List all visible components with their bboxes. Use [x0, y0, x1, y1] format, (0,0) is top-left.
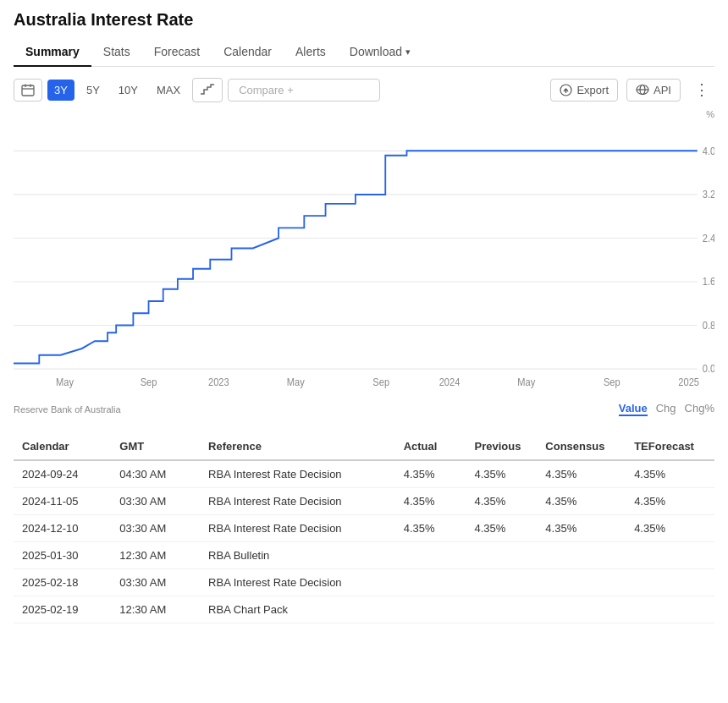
cell-reference-1: RBA Interest Rate Decision — [200, 488, 395, 515]
cell-gmt-0: 04:30 AM — [111, 460, 200, 488]
cell-teforecast-1: 4.35% — [626, 488, 714, 515]
table-row[interactable]: 2025-02-1912:30 AMRBA Chart Pack — [14, 596, 714, 623]
cell-consensus-4 — [537, 569, 626, 596]
table-header-row: Calendar GMT Reference Actual Previous C… — [14, 433, 714, 460]
page-container: Australia Interest Rate Summary Stats Fo… — [0, 0, 728, 703]
step-chart-icon — [200, 83, 215, 95]
table-row[interactable]: 2024-12-1003:30 AMRBA Interest Rate Deci… — [14, 515, 714, 542]
svg-text:May: May — [287, 376, 305, 387]
export-button[interactable]: Export — [550, 79, 618, 102]
value-tab-chg[interactable]: Chg — [656, 402, 676, 416]
svg-text:Sep: Sep — [604, 376, 620, 387]
cell-calendar-1: 2024-11-05 — [14, 488, 111, 515]
svg-text:1.6: 1.6 — [703, 277, 714, 287]
cell-teforecast-3 — [626, 542, 714, 569]
tab-download[interactable]: Download — [338, 38, 422, 67]
cell-gmt-4: 03:30 AM — [111, 569, 200, 596]
calendar-button[interactable] — [14, 79, 42, 102]
col-header-reference: Reference — [200, 433, 395, 460]
col-header-actual: Actual — [395, 433, 466, 460]
cell-previous-5 — [466, 596, 538, 623]
toolbar-left: 3Y 5Y 10Y MAX Compare + — [14, 78, 543, 102]
calendar-icon — [21, 84, 35, 96]
tab-stats[interactable]: Stats — [91, 38, 142, 67]
toolbar-right: Export API ⋮ — [550, 77, 714, 102]
cell-teforecast-2: 4.35% — [626, 515, 714, 542]
chart-value-tabs: Value Chg Chg% — [619, 402, 714, 416]
svg-text:0.0: 0.0 — [703, 364, 714, 374]
cell-reference-0: RBA Interest Rate Decision — [200, 460, 395, 488]
value-tab-chgpct[interactable]: Chg% — [685, 402, 714, 416]
data-table: Calendar GMT Reference Actual Previous C… — [14, 433, 714, 623]
period-3y[interactable]: 3Y — [47, 80, 74, 101]
cell-teforecast-4 — [626, 569, 714, 596]
api-button[interactable]: API — [626, 79, 681, 102]
nav-tabs: Summary Stats Forecast Calendar Alerts D… — [14, 38, 714, 67]
cell-reference-2: RBA Interest Rate Decision — [200, 515, 395, 542]
svg-text:Sep: Sep — [372, 376, 389, 387]
tab-calendar[interactable]: Calendar — [212, 38, 284, 67]
svg-text:0.8: 0.8 — [703, 321, 714, 331]
cell-reference-5: RBA Chart Pack — [200, 596, 395, 623]
cell-calendar-2: 2024-12-10 — [14, 515, 111, 542]
cell-consensus-3 — [537, 542, 626, 569]
svg-text:May: May — [56, 376, 74, 387]
col-header-calendar: Calendar — [14, 433, 111, 460]
cell-calendar-0: 2024-09-24 — [14, 460, 111, 488]
cell-actual-1: 4.35% — [395, 488, 466, 515]
api-icon — [636, 84, 649, 96]
export-icon — [560, 84, 572, 96]
tab-forecast[interactable]: Forecast — [142, 38, 212, 67]
table-row[interactable]: 2025-01-3012:30 AMRBA Bulletin — [14, 542, 714, 569]
table-row[interactable]: 2024-11-0503:30 AMRBA Interest Rate Deci… — [14, 488, 714, 515]
cell-reference-3: RBA Bulletin — [200, 542, 395, 569]
value-tab-value[interactable]: Value — [619, 402, 648, 416]
cell-reference-4: RBA Interest Rate Decision — [200, 569, 395, 596]
chart-container: % 0.0 0.8 1.6 2.4 3.2 4.0 May Sep 2023 M… — [14, 109, 714, 397]
svg-text:2025: 2025 — [678, 376, 699, 387]
cell-actual-0: 4.35% — [395, 460, 466, 488]
toolbar: 3Y 5Y 10Y MAX Compare + Export — [14, 77, 714, 102]
svg-text:2024: 2024 — [439, 376, 461, 387]
table-row[interactable]: 2025-02-1803:30 AMRBA Interest Rate Deci… — [14, 569, 714, 596]
cell-previous-2: 4.35% — [466, 515, 538, 542]
cell-actual-3 — [395, 542, 466, 569]
svg-text:2.4: 2.4 — [703, 233, 714, 243]
cell-gmt-3: 12:30 AM — [111, 542, 200, 569]
cell-calendar-4: 2025-02-18 — [14, 569, 111, 596]
api-label: API — [654, 84, 671, 96]
table-section: Calendar GMT Reference Actual Previous C… — [14, 433, 714, 623]
cell-consensus-1: 4.35% — [537, 488, 626, 515]
cell-actual-4 — [395, 569, 466, 596]
period-10y[interactable]: 10Y — [112, 80, 145, 101]
compare-input[interactable]: Compare + — [228, 79, 380, 102]
cell-previous-0: 4.35% — [466, 460, 538, 488]
export-label: Export — [576, 84, 609, 96]
table-row[interactable]: 2024-09-2404:30 AMRBA Interest Rate Deci… — [14, 460, 714, 488]
cell-consensus-0: 4.35% — [537, 460, 626, 488]
tab-alerts[interactable]: Alerts — [284, 38, 338, 67]
cell-gmt-2: 03:30 AM — [111, 515, 200, 542]
chart-type-button[interactable] — [192, 78, 223, 102]
cell-calendar-3: 2025-01-30 — [14, 542, 111, 569]
col-header-previous: Previous — [466, 433, 538, 460]
y-axis-label: % — [706, 109, 714, 119]
svg-text:4.0: 4.0 — [703, 146, 714, 156]
period-max[interactable]: MAX — [150, 80, 187, 101]
cell-previous-4 — [466, 569, 538, 596]
cell-consensus-5 — [537, 596, 626, 623]
svg-text:May: May — [517, 376, 535, 387]
chart-source-text: Reserve Bank of Australia — [14, 404, 121, 415]
cell-consensus-2: 4.35% — [537, 515, 626, 542]
cell-gmt-1: 03:30 AM — [111, 488, 200, 515]
tab-summary[interactable]: Summary — [14, 38, 91, 67]
cell-gmt-5: 12:30 AM — [111, 596, 200, 623]
svg-text:3.2: 3.2 — [703, 189, 714, 200]
svg-rect-0 — [22, 85, 34, 96]
line-chart: 0.0 0.8 1.6 2.4 3.2 4.0 May Sep 2023 May… — [14, 109, 714, 397]
svg-text:2023: 2023 — [208, 376, 229, 387]
svg-text:Sep: Sep — [141, 376, 157, 387]
period-5y[interactable]: 5Y — [80, 80, 107, 101]
more-button[interactable]: ⋮ — [689, 77, 714, 102]
col-header-gmt: GMT — [111, 433, 200, 460]
